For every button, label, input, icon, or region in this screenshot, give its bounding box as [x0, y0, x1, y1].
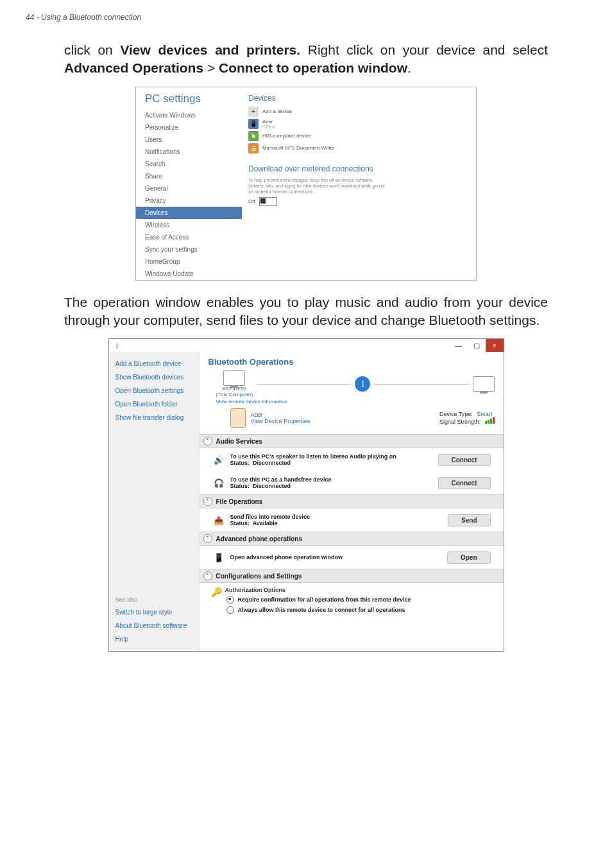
radio-require-confirmation[interactable]: Require confirmation for all operations …	[226, 596, 491, 603]
open-button[interactable]: Open	[447, 551, 491, 564]
see-also-label: See also	[109, 591, 199, 605]
t: .	[407, 60, 411, 75]
window-title-bar: ᛒ — ▢ ×	[109, 339, 504, 352]
collapse-icon: ˄	[203, 534, 212, 543]
nav-general[interactable]: General	[136, 182, 242, 195]
nav-notifications[interactable]: Notifications	[136, 146, 242, 158]
metered-desc: To help prevent extra charges, keep this…	[248, 177, 389, 195]
status-label: Status:	[230, 460, 250, 466]
mouse-icon: 🖱	[248, 131, 259, 141]
bluetooth-icon: ᛒ	[355, 376, 370, 392]
link-view-remote-info[interactable]: View remote device information	[216, 399, 495, 404]
metered-heading: Download over metered connections	[248, 164, 464, 173]
add-device-row[interactable]: + Add a device	[248, 107, 464, 117]
toggle-label: Off	[248, 198, 255, 204]
radio-always-allow[interactable]: Always allow this remote device to conne…	[226, 606, 491, 614]
device-label: HID-compliant device	[262, 133, 311, 139]
group-audio-services[interactable]: ˄ Audio Services	[200, 434, 504, 448]
group-file-operations[interactable]: ˄ File Operations	[200, 494, 504, 508]
group-config-settings[interactable]: ˄ Configurations and Settings	[200, 569, 504, 583]
send-button[interactable]: Send	[448, 514, 490, 526]
t: Right click on your device and select	[300, 42, 548, 57]
nav-share[interactable]: Share	[136, 170, 242, 182]
group-label: Audio Services	[216, 438, 262, 445]
nav-wireless[interactable]: Wireless	[136, 219, 242, 231]
auth-title: Authorization Options	[225, 587, 491, 593]
pc-settings-sidebar: PC settings Activate Windows Personalize…	[136, 87, 242, 280]
t: Connect to operation window	[219, 60, 407, 75]
page-header: 44 - Using a Bluetooth connection	[26, 13, 586, 22]
link-add-bluetooth-device[interactable]: Add a Bluetooth device	[109, 357, 199, 370]
phone-op-icon: 📱	[212, 551, 225, 564]
collapse-icon: ˄	[203, 497, 212, 506]
connect-button[interactable]: Connect	[438, 454, 491, 466]
audio-service-handsfree: 🎧 To use this PC as a handsfree device S…	[208, 471, 495, 494]
remote-device-info: Acer View Device Properties Device Type:…	[230, 408, 495, 428]
radio-icon	[226, 596, 234, 603]
link-about-bluetooth[interactable]: About Bluetooth software	[109, 619, 199, 632]
pc-settings-title: PC settings	[136, 92, 242, 109]
link-open-bluetooth-folder[interactable]: Open Bluetooth folder	[109, 397, 199, 411]
nav-devices[interactable]: Devices	[136, 207, 242, 219]
status-label: Status:	[230, 520, 250, 526]
printer-icon: 🖨	[248, 143, 259, 153]
monitor-icon	[473, 376, 495, 392]
window-minimize-button[interactable]: —	[450, 339, 468, 352]
group-label: Advanced phone operations	[216, 535, 302, 542]
signal-strength-label: Signal Strength:	[439, 419, 480, 425]
devices-heading: Devices	[248, 94, 464, 103]
send-file-icon: 📤	[212, 514, 225, 526]
nav-sync-settings[interactable]: Sync your settings	[136, 243, 242, 256]
device-type-label: Device Type:	[439, 411, 473, 417]
radio-icon	[226, 606, 234, 614]
device-row-hid[interactable]: 🖱 HID-compliant device	[248, 131, 464, 141]
pc-settings-content: Devices + Add a device 📱 Acer Offline 🖱 …	[242, 87, 476, 280]
t: View devices and printers.	[120, 42, 300, 57]
host-node: ASPIRE57 (This Computer)	[216, 370, 253, 397]
headset-icon: 🎧	[212, 476, 225, 489]
service-desc: To use this PC's speaker to listen to St…	[230, 453, 396, 460]
file-operation-send: 📤 Send files into remote device Status: …	[208, 508, 495, 532]
link-show-file-transfer[interactable]: Show file transfer dialog	[109, 411, 199, 424]
metered-toggle[interactable]	[259, 197, 277, 206]
link-help[interactable]: Help	[109, 632, 199, 646]
t: Advanced Operations	[64, 60, 203, 75]
paragraph-2: The operation window enables you to play…	[64, 293, 548, 330]
link-open-bluetooth-settings[interactable]: Open Bluetooth settings	[109, 384, 199, 397]
nav-privacy[interactable]: Privacy	[136, 195, 242, 207]
nav-users[interactable]: Users	[136, 134, 242, 146]
device-row-acer[interactable]: 📱 Acer Offline	[248, 119, 464, 129]
host-sub: (This Computer)	[216, 392, 253, 397]
connection-line	[374, 384, 468, 385]
nav-ease-of-access[interactable]: Ease of Access	[136, 231, 242, 243]
authorization-options: 🔑 Authorization Options Require confirma…	[208, 583, 495, 618]
link-show-bluetooth-devices[interactable]: Show Bluetooth devices	[109, 370, 199, 384]
device-row-xps[interactable]: 🖨 Microsoft XPS Document Writer	[248, 143, 464, 153]
nav-personalize[interactable]: Personalize	[136, 121, 242, 134]
bluetooth-main: Bluetooth Operations ASPIRE57 (This Comp…	[199, 352, 504, 651]
status-label: Status:	[230, 483, 250, 489]
status-value: Available	[253, 520, 278, 526]
add-device-label: Add a device	[262, 108, 292, 114]
device-label: Acer Offline	[262, 119, 275, 129]
link-switch-large-style[interactable]: Switch to large style	[109, 605, 199, 619]
window-close-button[interactable]: ×	[486, 339, 504, 352]
t: Acer	[262, 119, 273, 125]
collapse-icon: ˄	[203, 437, 212, 446]
nav-search[interactable]: Search	[136, 158, 242, 170]
remote-device-name: Acer	[251, 412, 310, 418]
group-label: Configurations and Settings	[216, 573, 302, 580]
speaker-icon: 🔊	[212, 453, 225, 466]
connect-button[interactable]: Connect	[438, 477, 491, 489]
service-desc: Send files into remote device	[230, 514, 310, 520]
group-advanced-phone[interactable]: ˄ Advanced phone operations	[200, 532, 504, 546]
link-view-device-properties[interactable]: View Device Properties	[251, 418, 310, 424]
nav-windows-update[interactable]: Windows Update	[136, 268, 242, 280]
phone-operation-open: 📱 Open advanced phone operation window O…	[208, 546, 495, 569]
nav-activate-windows[interactable]: Activate Windows	[136, 109, 242, 121]
nav-homegroup[interactable]: HomeGroup	[136, 256, 242, 268]
window-maximize-button[interactable]: ▢	[468, 339, 486, 352]
phone-icon: 📱	[248, 119, 259, 129]
monitor-icon	[223, 370, 245, 386]
device-label: Microsoft XPS Document Writer	[262, 145, 335, 151]
